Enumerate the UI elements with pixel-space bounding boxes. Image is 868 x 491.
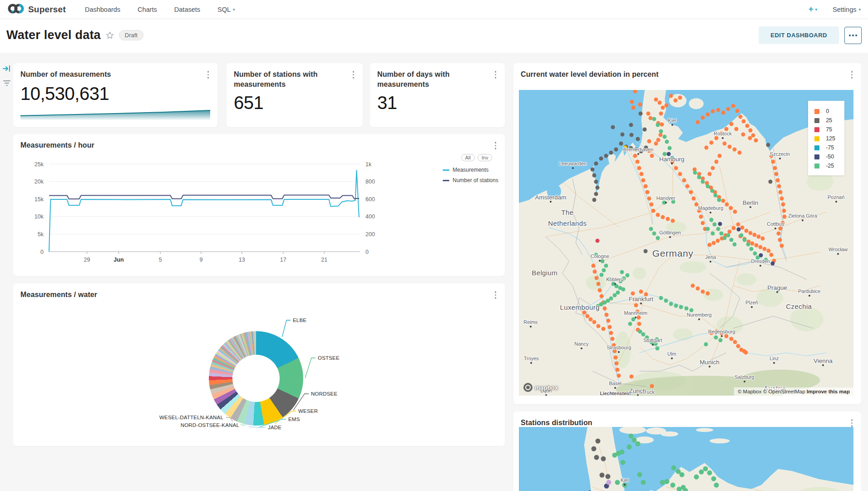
station-dot[interactable] — [776, 232, 780, 236]
station-dot[interactable] — [725, 202, 729, 206]
more-options-button[interactable] — [844, 27, 862, 44]
station-dot[interactable] — [631, 106, 636, 110]
station-dot[interactable] — [706, 292, 710, 296]
station-dot[interactable] — [665, 140, 669, 144]
station-dot[interactable] — [601, 327, 605, 331]
station-dot[interactable] — [704, 145, 708, 149]
station-dot[interactable] — [646, 190, 650, 194]
station-dot[interactable] — [604, 154, 608, 158]
station-dot[interactable] — [669, 94, 673, 98]
station-dot[interactable] — [729, 238, 733, 242]
station-dot[interactable] — [776, 178, 780, 182]
station-dot[interactable] — [652, 232, 656, 236]
more-options-icon[interactable] — [493, 69, 499, 80]
station-dot[interactable] — [710, 189, 714, 193]
station-dot[interactable] — [714, 160, 718, 164]
station-dot[interactable] — [716, 227, 720, 231]
station-dot[interactable] — [711, 166, 715, 170]
station-dot[interactable] — [630, 100, 634, 104]
station-dot[interactable] — [780, 244, 784, 248]
station-dot[interactable] — [641, 480, 646, 485]
station-dot[interactable] — [774, 172, 779, 176]
station-dot[interactable] — [656, 138, 661, 142]
station-dot[interactable] — [591, 263, 595, 268]
station-dot[interactable] — [731, 104, 735, 108]
station-dot[interactable] — [664, 479, 669, 484]
station-dot[interactable] — [752, 233, 756, 237]
station-dot[interactable] — [697, 175, 701, 179]
station-dot[interactable] — [782, 208, 786, 213]
station-dot[interactable] — [738, 115, 742, 119]
station-dot[interactable] — [604, 263, 608, 268]
station-dot[interactable] — [660, 123, 664, 127]
station-dot[interactable] — [647, 139, 651, 144]
station-dot[interactable] — [694, 475, 699, 480]
station-dot[interactable] — [627, 445, 632, 450]
stations-map[interactable]: KielRostockBremerhaven — [519, 427, 853, 491]
station-dot[interactable] — [754, 139, 758, 143]
station-dot[interactable] — [740, 233, 744, 237]
station-dot[interactable] — [649, 203, 653, 207]
filter-icon[interactable] — [0, 77, 14, 89]
station-dot[interactable] — [621, 460, 626, 465]
station-dot[interactable] — [654, 97, 658, 101]
station-dot[interactable] — [726, 233, 730, 237]
more-options-icon[interactable] — [205, 69, 212, 80]
station-dot[interactable] — [718, 338, 722, 342]
station-dot[interactable] — [705, 184, 710, 188]
station-dot[interactable] — [736, 223, 740, 227]
station-dot[interactable] — [637, 472, 642, 477]
station-dot[interactable] — [629, 375, 633, 379]
station-dot[interactable] — [766, 143, 770, 147]
station-dot[interactable] — [671, 219, 675, 223]
station-dot[interactable] — [781, 203, 785, 207]
station-dot[interactable] — [592, 320, 596, 324]
station-dot[interactable] — [711, 232, 715, 236]
station-dot[interactable] — [603, 307, 607, 311]
station-dot[interactable] — [766, 248, 770, 253]
station-dot[interactable] — [671, 466, 676, 471]
station-dot[interactable] — [656, 347, 660, 351]
station-dot[interactable] — [691, 283, 695, 288]
station-dot[interactable] — [733, 209, 737, 213]
station-dot[interactable] — [636, 316, 641, 320]
station-dot[interactable] — [643, 128, 647, 132]
station-dot[interactable] — [634, 303, 638, 307]
station-dot[interactable] — [706, 112, 710, 116]
station-dot[interactable] — [750, 241, 755, 245]
station-dot[interactable] — [678, 172, 682, 176]
station-dot[interactable] — [726, 107, 730, 111]
station-dot[interactable] — [713, 223, 717, 227]
station-dot[interactable] — [711, 109, 715, 114]
station-dot[interactable] — [595, 439, 600, 444]
station-dot[interactable] — [600, 273, 604, 277]
station-dot[interactable] — [629, 123, 633, 127]
station-dot[interactable] — [637, 166, 641, 170]
station-dot[interactable] — [736, 344, 740, 348]
station-dot[interactable] — [648, 116, 652, 120]
station-dot[interactable] — [715, 239, 720, 243]
station-dot[interactable] — [591, 167, 595, 171]
station-dot[interactable] — [682, 178, 686, 182]
station-dot[interactable] — [735, 127, 739, 131]
station-dot[interactable] — [704, 342, 708, 346]
station-dot[interactable] — [671, 483, 676, 488]
nav-item-datasets[interactable]: Datasets — [174, 6, 200, 13]
nav-item-charts[interactable]: Charts — [138, 6, 157, 13]
station-dot[interactable] — [628, 322, 632, 326]
station-dot[interactable] — [658, 101, 662, 105]
edit-dashboard-button[interactable]: EDIT DASHBOARD — [759, 26, 839, 44]
more-options-icon[interactable] — [493, 290, 499, 300]
station-dot[interactable] — [633, 154, 637, 158]
station-dot[interactable] — [770, 261, 774, 265]
mapbox-attribution-link[interactable]: © Mapbox — [738, 389, 762, 394]
station-dot[interactable] — [621, 132, 625, 136]
station-dot[interactable] — [686, 184, 690, 188]
station-dot[interactable] — [714, 193, 718, 198]
station-dot[interactable] — [650, 154, 654, 158]
station-dot[interactable] — [684, 307, 688, 311]
legend-button-all[interactable]: All — [461, 154, 475, 161]
station-dot[interactable] — [593, 270, 597, 274]
station-dot[interactable] — [619, 141, 623, 145]
station-dot[interactable] — [711, 241, 715, 245]
